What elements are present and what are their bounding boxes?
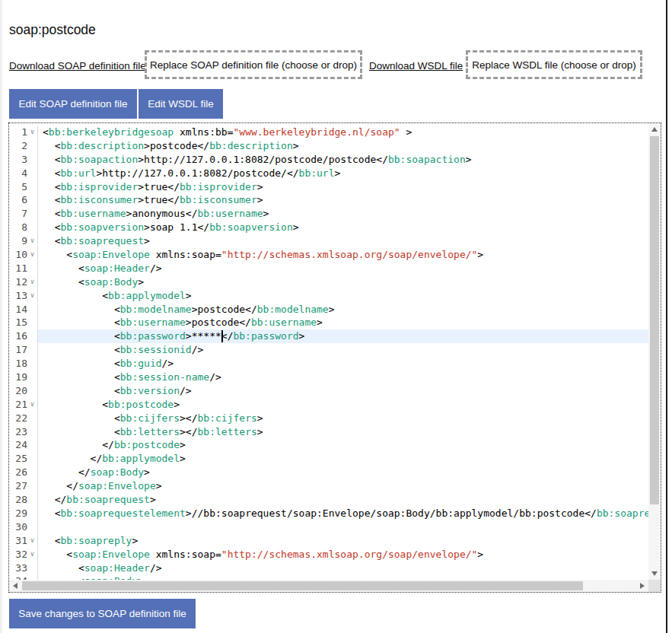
scroll-up-arrow-icon[interactable] — [648, 123, 661, 135]
line-number[interactable]: 32 — [9, 548, 27, 561]
fold-chevron-icon[interactable]: ∨ — [27, 248, 38, 262]
line-number[interactable]: 26 — [9, 466, 27, 479]
code-line[interactable]: 8 <bb:soapversion>soap 1.1</bb:soapversi… — [9, 221, 648, 234]
line-number[interactable]: 10 — [9, 248, 27, 262]
code-line[interactable]: 32∨ <soap:Envelope xmlns:soap="http://sc… — [9, 548, 648, 561]
line-number[interactable]: 31 — [9, 534, 27, 548]
code-area[interactable]: 1∨<bb:berkeleybridgesoap xmlns:bb="www.b… — [9, 123, 648, 580]
line-number[interactable]: 13 — [9, 289, 27, 303]
line-number[interactable]: 24 — [9, 438, 27, 452]
line-number[interactable]: 23 — [9, 425, 27, 439]
code-line[interactable]: 24 </bb:postcode> — [9, 438, 648, 452]
code-line[interactable]: 16 <bb:password>*****</bb:password> — [9, 329, 648, 343]
horizontal-scrollbar-thumb[interactable] — [22, 581, 583, 590]
line-number[interactable]: 27 — [9, 479, 27, 493]
edit-wsdl-button[interactable]: Edit WSDL file — [139, 89, 223, 119]
line-number[interactable]: 8 — [9, 221, 27, 234]
code-line[interactable]: 17 <bb:sessionid/> — [9, 343, 648, 357]
scroll-right-arrow-icon[interactable] — [636, 580, 648, 592]
line-number[interactable]: 21 — [9, 398, 27, 412]
download-soap-link[interactable]: Download SOAP definition file — [9, 60, 146, 72]
line-number[interactable]: 7 — [9, 207, 27, 221]
line-number[interactable]: 19 — [9, 371, 27, 384]
vertical-scrollbar[interactable] — [648, 123, 661, 580]
soap-definition-editor[interactable]: 1∨<bb:berkeleybridgesoap xmlns:bb="www.b… — [8, 122, 661, 593]
code-line[interactable]: 23 <bb:letters></bb:letters> — [9, 425, 648, 439]
fold-chevron-icon[interactable]: ∨ — [27, 534, 38, 548]
fold-gutter-spacer — [27, 520, 38, 534]
line-number[interactable]: 20 — [9, 384, 27, 398]
save-soap-button[interactable]: Save changes to SOAP definition file — [9, 599, 196, 628]
code-line[interactable]: 12∨ <soap:Body> — [9, 275, 648, 289]
horizontal-scrollbar[interactable] — [9, 580, 648, 592]
code-line[interactable]: 5 <bb:isprovider>true</bb:isprovider> — [9, 180, 648, 194]
line-number[interactable]: 11 — [9, 262, 27, 275]
code-line[interactable]: 21∨ <bb:postcode> — [9, 398, 648, 412]
line-number[interactable]: 17 — [9, 343, 27, 357]
code-line[interactable]: 25 </bb:applymodel> — [9, 452, 648, 466]
line-number[interactable]: 14 — [9, 303, 27, 316]
line-number[interactable]: 34 — [9, 574, 27, 580]
code-line[interactable]: 7 <bb:username>anonymous</bb:username> — [9, 207, 648, 221]
code-line[interactable]: 29 <bb:soaprequestelement>//bb:soapreque… — [9, 507, 648, 520]
code-line[interactable]: 22 <bb:cijfers></bb:cijfers> — [9, 412, 648, 425]
line-number[interactable]: 3 — [9, 153, 27, 167]
fold-chevron-icon[interactable]: ∨ — [27, 548, 38, 561]
code-line[interactable]: 10∨ <soap:Envelope xmlns:soap="http://sc… — [9, 248, 648, 262]
code-line[interactable]: 31∨ <bb:soapreply> — [9, 534, 648, 548]
line-number[interactable]: 5 — [9, 180, 27, 194]
code-line[interactable]: 6 <bb:isconsumer>true</bb:isconsumer> — [9, 193, 648, 207]
line-number[interactable]: 18 — [9, 357, 27, 371]
code-text: <bb:soapaction>http://127.0.0.1:8082/pos… — [38, 153, 648, 167]
download-wsdl-link[interactable]: Download WSDL file — [369, 60, 463, 72]
line-number[interactable]: 2 — [9, 139, 27, 153]
code-line[interactable]: 3 <bb:soapaction>http://127.0.0.1:8082/p… — [9, 153, 648, 167]
line-number[interactable]: 6 — [9, 193, 27, 207]
scroll-down-arrow-icon[interactable] — [648, 568, 661, 580]
fold-chevron-icon[interactable]: ∨ — [27, 126, 38, 139]
line-number[interactable]: 9 — [9, 234, 27, 248]
code-line[interactable]: 4 <bb:url>http://127.0.0.1:8082/postcode… — [9, 167, 648, 180]
line-number[interactable]: 4 — [9, 167, 27, 180]
line-number[interactable]: 12 — [9, 275, 27, 289]
code-line[interactable]: 1∨<bb:berkeleybridgesoap xmlns:bb="www.b… — [9, 126, 648, 139]
vertical-scrollbar-thumb[interactable] — [650, 136, 659, 504]
code-text: </soap:Body> — [38, 466, 648, 479]
code-line[interactable]: 33 <soap:Header/> — [9, 561, 648, 575]
edit-soap-button[interactable]: Edit SOAP definition file — [9, 89, 137, 119]
code-line[interactable]: 20 <bb:version/> — [9, 384, 648, 398]
line-number[interactable]: 25 — [9, 452, 27, 466]
fold-gutter-spacer — [27, 425, 38, 439]
code-line[interactable]: 27 </soap:Envelope> — [9, 479, 648, 493]
line-number[interactable]: 30 — [9, 520, 27, 534]
line-number[interactable]: 28 — [9, 493, 27, 507]
code-line[interactable]: 9∨ <bb:soaprequest> — [9, 234, 648, 248]
replace-soap-dropzone[interactable]: Replace SOAP definition file (choose or … — [145, 50, 362, 79]
fold-chevron-icon[interactable]: ∨ — [27, 275, 38, 289]
code-text: <bb:berkeleybridgesoap xmlns:bb="www.ber… — [38, 126, 648, 139]
code-line[interactable]: 18 <bb:guid/> — [9, 357, 648, 371]
code-line[interactable]: 34 <soap:Body> — [9, 574, 648, 580]
fold-chevron-icon[interactable]: ∨ — [27, 398, 38, 412]
line-number[interactable]: 15 — [9, 316, 27, 329]
fold-chevron-icon[interactable]: ∨ — [27, 234, 38, 248]
line-number[interactable]: 33 — [9, 561, 27, 575]
code-line[interactable]: 26 </soap:Body> — [9, 466, 648, 479]
code-line[interactable]: 19 <bb:session-name/> — [9, 371, 648, 384]
replace-wsdl-dropzone[interactable]: Replace WSDL file (choose or drop) — [466, 50, 642, 79]
code-line[interactable]: 2 <bb:description>postcode</bb:descripti… — [9, 139, 648, 153]
code-line[interactable]: 15 <bb:username>postcode</bb:username> — [9, 316, 648, 329]
replace-soap-label: Replace SOAP definition file (choose or … — [150, 59, 357, 71]
code-text: <bb:soaprequestelement>//bb:soaprequest/… — [38, 507, 648, 520]
line-number[interactable]: 22 — [9, 412, 27, 425]
code-line[interactable]: 28 </bb:soaprequest> — [9, 493, 648, 507]
code-line[interactable]: 13∨ <bb:applymodel> — [9, 289, 648, 303]
code-line[interactable]: 14 <bb:modelname>postcode</bb:modelname> — [9, 303, 648, 316]
line-number[interactable]: 1 — [9, 126, 27, 139]
fold-chevron-icon[interactable]: ∨ — [27, 289, 38, 303]
scroll-left-arrow-icon[interactable] — [9, 580, 21, 592]
line-number[interactable]: 29 — [9, 507, 27, 520]
line-number[interactable]: 16 — [9, 329, 27, 343]
code-line[interactable]: 30 — [9, 520, 648, 534]
code-line[interactable]: 11 <soap:Header/> — [9, 262, 648, 275]
